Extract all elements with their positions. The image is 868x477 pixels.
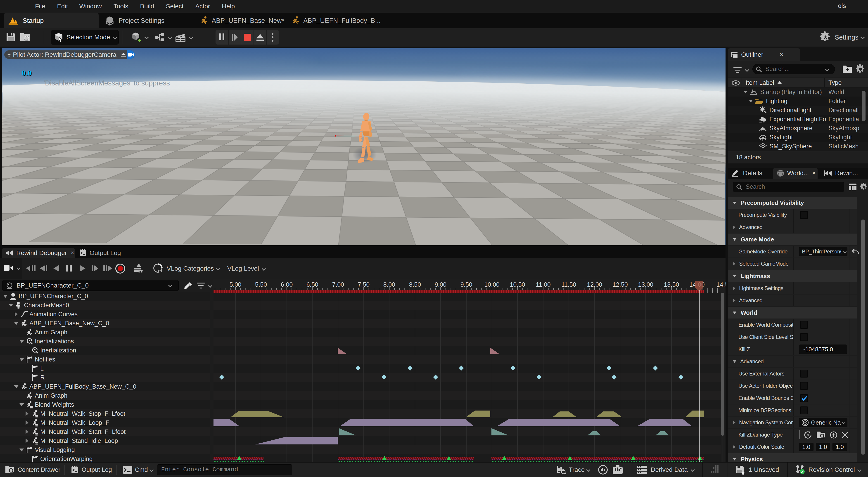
svg-text:6.50: 6.50: [306, 281, 318, 288]
svg-text:12.00: 12.00: [587, 281, 602, 288]
svg-text:14.5: 14.5: [716, 281, 725, 288]
svg-text:9.00: 9.00: [435, 281, 447, 288]
svg-text:10.00: 10.00: [484, 281, 500, 288]
svg-text:7.50: 7.50: [358, 281, 370, 288]
svg-text:11.00: 11.00: [536, 281, 551, 288]
svg-text:8.00: 8.00: [383, 281, 395, 288]
svg-text:10.50: 10.50: [510, 281, 525, 288]
svg-text:5.50: 5.50: [255, 281, 267, 288]
svg-text:6.00: 6.00: [281, 281, 293, 288]
svg-text:5.00: 5.00: [229, 281, 242, 288]
svg-text:12.50: 12.50: [613, 281, 628, 288]
svg-text:13.50: 13.50: [664, 281, 679, 288]
svg-text:8.50: 8.50: [409, 281, 421, 288]
svg-text:7.00: 7.00: [332, 281, 344, 288]
svg-text:9.50: 9.50: [461, 281, 472, 288]
svg-text:13.00: 13.00: [638, 281, 653, 288]
svg-text:11.50: 11.50: [561, 281, 576, 288]
